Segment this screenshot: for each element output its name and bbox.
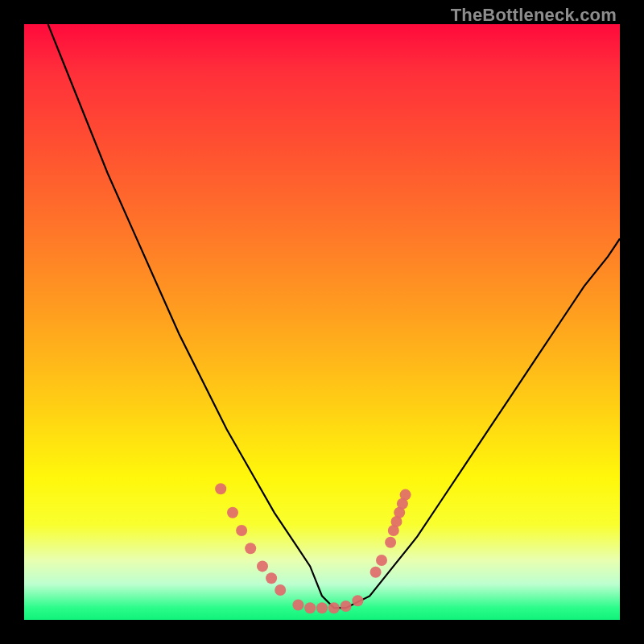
- marker-dot: [236, 525, 247, 536]
- marker-dot: [245, 543, 256, 554]
- marker-group: [215, 483, 411, 613]
- marker-dot: [257, 560, 268, 572]
- marker-dot: [316, 602, 328, 613]
- marker-dot: [385, 537, 396, 548]
- chart-frame: TheBottleneck.com: [0, 0, 644, 644]
- chart-svg: [24, 24, 620, 620]
- marker-dot: [376, 555, 387, 566]
- marker-dot: [400, 489, 411, 501]
- marker-dot: [266, 572, 277, 584]
- marker-dot: [292, 600, 303, 611]
- marker-dot: [304, 602, 316, 613]
- watermark-text: TheBottleneck.com: [451, 5, 617, 26]
- marker-dot: [328, 602, 340, 613]
- marker-dot: [215, 483, 226, 494]
- marker-dot: [227, 507, 238, 518]
- marker-dot: [275, 584, 286, 596]
- curve-line: [48, 24, 620, 608]
- marker-dot: [341, 601, 352, 612]
- marker-dot: [352, 595, 363, 606]
- marker-dot: [370, 567, 382, 578]
